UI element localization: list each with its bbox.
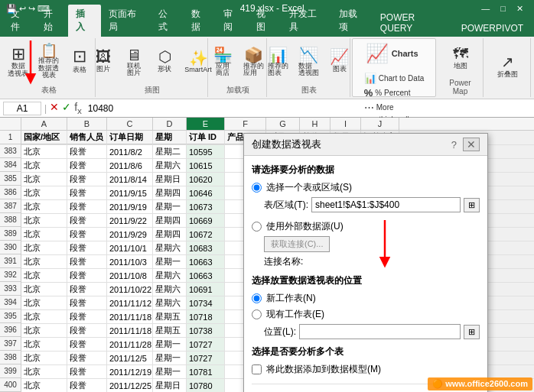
formula-input[interactable] <box>85 103 531 114</box>
radio-table-range-label: 选择一个表或区域(S) <box>266 181 352 194</box>
picture-label: 图片 <box>96 64 110 74</box>
row-header-383[interactable]: 383 <box>0 144 21 158</box>
row-header-397[interactable]: 397 <box>0 337 21 351</box>
row-header-386[interactable]: 386 <box>0 186 21 199</box>
location-picker-btn[interactable]: ⊞ <box>464 325 480 339</box>
more-btn[interactable]: ⋯ More <box>363 101 425 114</box>
col-header-F[interactable]: F <box>225 118 266 130</box>
tab-review[interactable]: 审阅 <box>216 5 249 37</box>
close-btn[interactable]: ✕ <box>512 4 528 14</box>
radio-new-sheet-input[interactable] <box>252 293 262 303</box>
recommended-charts-btn[interactable]: 📊 推荐的图表 <box>265 46 292 78</box>
connection-name-row: 连接名称: <box>264 255 480 268</box>
row-header-398[interactable]: 398 <box>0 351 21 364</box>
col-header-E[interactable]: E <box>187 118 225 130</box>
row-header-392[interactable]: 392 <box>0 268 21 282</box>
row-header-384[interactable]: 384 <box>0 158 21 172</box>
confirm-formula-icon[interactable]: ✓ <box>62 101 71 115</box>
recommended-apps-btn[interactable]: 📦 推荐的应用 <box>239 46 267 78</box>
tab-home[interactable]: 开始 <box>36 5 69 37</box>
row-header-391[interactable]: 391 <box>0 254 21 268</box>
row-header-388[interactable]: 388 <box>0 213 21 227</box>
charts-think-cell-btn[interactable]: 📈 Charts <box>363 41 422 66</box>
tab-insert[interactable]: 插入 <box>68 5 101 37</box>
row-header-399[interactable]: 399 <box>0 364 21 378</box>
radio-table-range-input[interactable] <box>252 183 262 193</box>
col-header-B[interactable]: B <box>67 118 107 130</box>
col-header-D[interactable]: D <box>153 118 187 130</box>
col-header-G[interactable]: G <box>266 118 300 130</box>
tab-addins[interactable]: 加载项 <box>331 5 373 37</box>
chart-to-data-label: Chart to Data <box>379 74 424 83</box>
col-header-H[interactable]: H <box>300 118 330 130</box>
shapes-btn[interactable]: ⬡ 形状 <box>151 47 178 76</box>
col-header-I[interactable]: I <box>330 118 361 130</box>
pivot-chart-btn[interactable]: 📉 数据透视图 <box>295 46 323 78</box>
tab-formula[interactable]: 公式 <box>151 5 184 37</box>
create-pivot-dialog: 创建数据透视表 ? ✕ 请选择要分析的数据 选择一个表或区域(S) 表/区域(T… <box>243 133 488 392</box>
collapse-icons: ↗ 折叠图 <box>494 40 522 94</box>
map-btn[interactable]: 🗺 地图 <box>447 44 474 73</box>
header-cell-C[interactable]: 订单日期 <box>107 131 153 144</box>
location-row: 位置(L): ⊞ <box>264 324 480 339</box>
charts-group-label: 图表 <box>301 83 317 96</box>
tab-dev[interactable]: 开发工具 <box>282 5 331 37</box>
shapes-label: 形状 <box>158 64 171 74</box>
tab-file[interactable]: 文件 <box>3 5 36 37</box>
table-range-picker-btn[interactable]: ⊞ <box>464 198 480 212</box>
pivot-table-btn[interactable]: ⊞ 数据透视表 <box>5 44 32 79</box>
charts-think-cell-icon: 📈 <box>366 43 389 64</box>
row-header-400[interactable]: 400 <box>0 378 21 392</box>
watermark: 🟠 www.office2600.com <box>428 377 532 390</box>
row-header-389[interactable]: 389 <box>0 227 21 241</box>
illustrations-icons: 🖼 图片 🖥 联机图片 ⬡ 形状 ✨ SmartArt <box>90 40 215 83</box>
dialog-close-btn[interactable]: ✕ <box>463 138 480 151</box>
row-header-396[interactable]: 396 <box>0 323 21 337</box>
tab-data[interactable]: 数据 <box>184 5 217 37</box>
charts-btn[interactable]: 📈 图表 <box>326 47 353 76</box>
row-header-385[interactable]: 385 <box>0 172 21 186</box>
name-box[interactable] <box>3 102 41 115</box>
picture-btn[interactable]: 🖼 图片 <box>90 47 117 76</box>
ribbon-group-charts: 📊 推荐的图表 📉 数据透视图 📈 图表 图表 <box>269 38 350 97</box>
window-controls[interactable]: — □ ✕ <box>477 4 528 14</box>
recommended-pivot-btn[interactable]: 📋 推荐的数据透视表 <box>35 42 63 82</box>
table-range-input[interactable] <box>311 197 461 212</box>
insert-function-icon[interactable]: fx <box>74 101 82 115</box>
radio-external-input[interactable] <box>252 222 262 232</box>
ribbon-group-illustrations: 🖼 图片 🖥 联机图片 ⬡ 形状 ✨ SmartArt 插图 <box>97 38 209 97</box>
tab-power-query[interactable]: POWER QUERY <box>373 9 454 37</box>
tab-view[interactable]: 视图 <box>249 5 282 37</box>
cancel-formula-icon[interactable]: ✕ <box>50 101 59 115</box>
row-header-390[interactable]: 390 <box>0 241 21 254</box>
chart-to-data-btn[interactable]: 📊 Chart to Data <box>363 72 425 85</box>
percent-btn[interactable]: % % Percent <box>363 86 425 99</box>
header-cell-A[interactable]: 国家/地区 <box>21 131 67 144</box>
col-header-A[interactable]: A <box>21 118 67 130</box>
store-btn[interactable]: 🏪 应用商店 <box>209 46 236 78</box>
location-input[interactable] <box>299 324 461 339</box>
add-to-model-checkbox[interactable] <box>252 364 262 374</box>
radio-exist-sheet-input[interactable] <box>252 309 262 319</box>
col-headers-row: A B C D E F G H I J <box>21 118 534 130</box>
collapse-btn[interactable]: ↗ 折叠图 <box>494 53 522 81</box>
tab-power-pivot[interactable]: POWERPIVOT <box>454 20 531 37</box>
get-connection-btn[interactable]: 获取连接(C)... <box>264 236 330 252</box>
ribbon: ⊞ 数据透视表 📋 推荐的数据透视表 ⊡ 表格 表格 🖼 图片 🖥 联机图片 <box>0 37 534 99</box>
maximize-btn[interactable]: □ <box>496 4 510 14</box>
row-header-394[interactable]: 394 <box>0 296 21 309</box>
minimize-btn[interactable]: — <box>477 4 494 14</box>
header-cell-B[interactable]: 销售人员 <box>67 131 107 144</box>
row-header-395[interactable]: 395 <box>0 309 21 323</box>
row-header-393[interactable]: 393 <box>0 282 21 296</box>
col-header-C[interactable]: C <box>107 118 153 130</box>
header-cell-D[interactable]: 星期 <box>153 131 187 144</box>
row-header-387[interactable]: 387 <box>0 199 21 213</box>
map-label: 地图 <box>454 61 467 71</box>
dialog-help-icon[interactable]: ? <box>451 139 457 151</box>
online-pic-btn[interactable]: 🖥 联机图片 <box>120 46 148 78</box>
header-cell-E[interactable]: 订单 ID <box>187 131 225 144</box>
tab-page-layout[interactable]: 页面布局 <box>101 5 151 37</box>
col-header-J[interactable]: J <box>361 118 399 130</box>
row-header-1[interactable]: 1 <box>0 131 21 144</box>
